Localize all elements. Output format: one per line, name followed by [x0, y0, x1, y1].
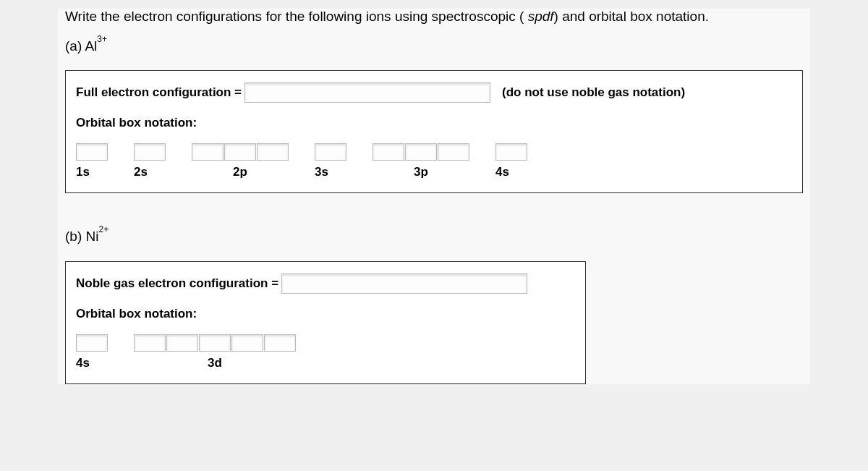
orbital-4s-group-b: 4s: [76, 334, 108, 370]
part-b-obn-row: Orbital box notation:: [66, 302, 585, 324]
orbital-1s-group: 1s: [76, 143, 108, 179]
orbital-box-3d-4[interactable]: [231, 334, 263, 352]
orbital-3p-group: 3p: [373, 143, 469, 179]
orbital-4s-group-a: 4s: [495, 143, 527, 179]
orbital-box-2p-2[interactable]: [224, 143, 256, 161]
orbital-box-4s-b[interactable]: [76, 334, 108, 352]
orbital-box-3d-2[interactable]: [166, 334, 198, 352]
noble-config-label: Noble gas electron configuration =: [76, 276, 278, 291]
orbital-box-4s-a[interactable]: [495, 143, 527, 161]
question-prompt: Write the electron configurations for th…: [58, 9, 810, 38]
orbital-label-4s-b: 4s: [76, 356, 90, 370]
orbital-box-3d-3[interactable]: [199, 334, 231, 352]
prompt-italic: spdf: [528, 9, 554, 24]
orbital-box-3s[interactable]: [315, 143, 346, 161]
orbital-box-2p-3[interactable]: [257, 143, 289, 161]
part-b-orbital-boxes: 4s 3d: [66, 324, 585, 383]
no-noble-gas-note: (do not use noble gas notation): [502, 85, 685, 100]
orbital-box-2s[interactable]: [134, 143, 166, 161]
orbital-box-1s[interactable]: [76, 143, 108, 161]
part-a-label: (a) Al3+: [58, 38, 810, 70]
orbital-label-1s: 1s: [76, 165, 90, 179]
orbital-box-2p-1[interactable]: [192, 143, 224, 161]
part-a-config-row: Full electron configuration = (do not us…: [66, 71, 802, 111]
orbital-label-2s: 2s: [134, 165, 148, 179]
orbital-label-3p: 3p: [414, 165, 428, 179]
prompt-post: ) and orbital box notation.: [554, 9, 709, 24]
full-config-input[interactable]: [244, 82, 490, 103]
part-b-box: Noble gas electron configuration = Orbit…: [65, 261, 586, 384]
orbital-label-2p: 2p: [233, 165, 247, 179]
orbital-label-3s: 3s: [315, 165, 328, 179]
orbital-label-3d: 3d: [208, 356, 222, 370]
orbital-box-3p-3[interactable]: [438, 143, 469, 161]
orbital-box-3d-5[interactable]: [264, 334, 296, 352]
orbital-box-3p-2[interactable]: [405, 143, 437, 161]
orbital-2s-group: 2s: [134, 143, 166, 179]
prompt-pre: Write the electron configurations for th…: [65, 9, 528, 24]
orbital-label-4s-a: 4s: [495, 165, 509, 179]
obn-label-a: Orbital box notation:: [76, 116, 197, 130]
full-config-label: Full electron configuration =: [76, 85, 242, 100]
part-b-label: (b) Ni2+: [58, 228, 810, 260]
part-a-orbital-boxes: 1s 2s 2p 3s: [66, 133, 802, 192]
obn-label-b: Orbital box notation:: [76, 307, 197, 321]
part-b-config-row: Noble gas electron configuration =: [66, 262, 585, 302]
noble-config-input[interactable]: [281, 273, 527, 294]
part-a-box: Full electron configuration = (do not us…: [65, 70, 803, 193]
orbital-box-3d-1[interactable]: [134, 334, 166, 352]
orbital-3d-group: 3d: [134, 334, 296, 370]
question-content: Write the electron configurations for th…: [58, 9, 810, 384]
orbital-box-3p-1[interactable]: [373, 143, 404, 161]
part-a-obn-row: Orbital box notation:: [66, 111, 802, 133]
orbital-2p-group: 2p: [192, 143, 289, 179]
orbital-3s-group: 3s: [315, 143, 346, 179]
